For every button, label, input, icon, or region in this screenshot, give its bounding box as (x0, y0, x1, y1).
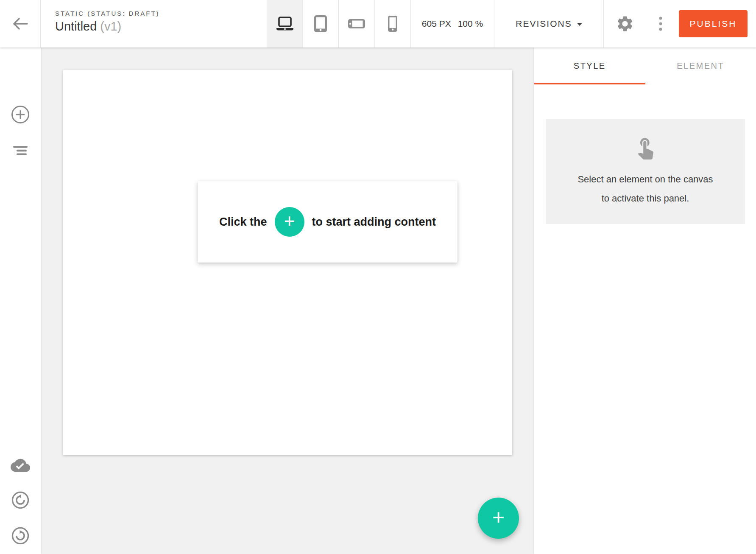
empty-state-line2: to activate this panel. (577, 189, 713, 208)
empty-canvas-hint-card: Click the + to start adding content (198, 181, 458, 263)
device-preview-switcher (267, 0, 411, 48)
panel-empty-state: Select an element on the canvas to activ… (546, 119, 745, 224)
canvas-width-value: 605 PX (422, 19, 451, 29)
add-content-plus-button[interactable]: + (275, 207, 304, 237)
document-title: Untitled(v1) (55, 20, 160, 34)
autosave-status-button[interactable] (11, 456, 30, 475)
arrow-left-icon (12, 17, 29, 31)
zoom-level-value: 100 % (458, 19, 483, 29)
undo-icon (11, 491, 29, 509)
contents-list-icon (13, 146, 28, 155)
redo-button[interactable] (11, 527, 29, 545)
empty-state-line1: Select an element on the canvas (577, 170, 713, 189)
active-tab-underline (534, 83, 645, 84)
device-mobile-portrait-button[interactable] (375, 0, 411, 48)
page-builder-app: STATIC (STATUS: DRAFT) Untitled(v1) (0, 0, 756, 554)
editor-canvas: Click the + to start adding content + (41, 48, 534, 554)
cloud-saved-icon (11, 456, 30, 475)
document-status-label: STATIC (STATUS: DRAFT) (55, 10, 160, 17)
device-mobile-landscape-button[interactable] (339, 0, 375, 48)
hint-prefix-text: Click the (219, 215, 267, 229)
laptop-icon (275, 16, 295, 31)
document-title-block[interactable]: STATIC (STATUS: DRAFT) Untitled(v1) (55, 10, 160, 34)
phone-landscape-icon (348, 19, 365, 28)
page-contents-button[interactable] (13, 146, 28, 155)
document-version: (v1) (100, 20, 121, 33)
hint-suffix-text: to start adding content (312, 215, 436, 229)
empty-state-message: Select an element on the canvas to activ… (577, 170, 713, 208)
publish-button[interactable]: PUBLISH (679, 10, 748, 37)
tab-style[interactable]: STYLE (534, 48, 645, 84)
add-circle-icon (11, 105, 30, 124)
properties-panel: STYLE ELEMENT Select an element on the c… (534, 48, 756, 554)
back-button[interactable] (0, 0, 41, 48)
canvas-size-indicator: 605 PX 100 % (411, 0, 494, 48)
top-toolbar: STATIC (STATUS: DRAFT) Untitled(v1) (0, 0, 756, 48)
left-toolbar (0, 48, 41, 554)
settings-button[interactable] (612, 11, 638, 36)
tap-hand-icon (633, 135, 658, 159)
tab-element[interactable]: ELEMENT (645, 48, 756, 84)
caret-down-icon (577, 23, 582, 26)
fab-add-button[interactable]: + (478, 498, 519, 539)
device-tablet-button[interactable] (303, 0, 339, 48)
panel-tabs: STYLE ELEMENT (534, 48, 756, 84)
revisions-dropdown[interactable]: REVISIONS (494, 0, 604, 48)
add-content-button[interactable] (11, 105, 30, 124)
phone-portrait-icon (388, 16, 397, 32)
revisions-label: REVISIONS (516, 19, 572, 29)
redo-icon (11, 527, 29, 545)
undo-button[interactable] (11, 491, 29, 509)
more-options-button[interactable] (648, 11, 673, 36)
tablet-icon (314, 15, 327, 32)
device-desktop-button[interactable] (267, 0, 303, 48)
kebab-menu-icon (658, 16, 663, 31)
gear-icon (616, 14, 634, 33)
